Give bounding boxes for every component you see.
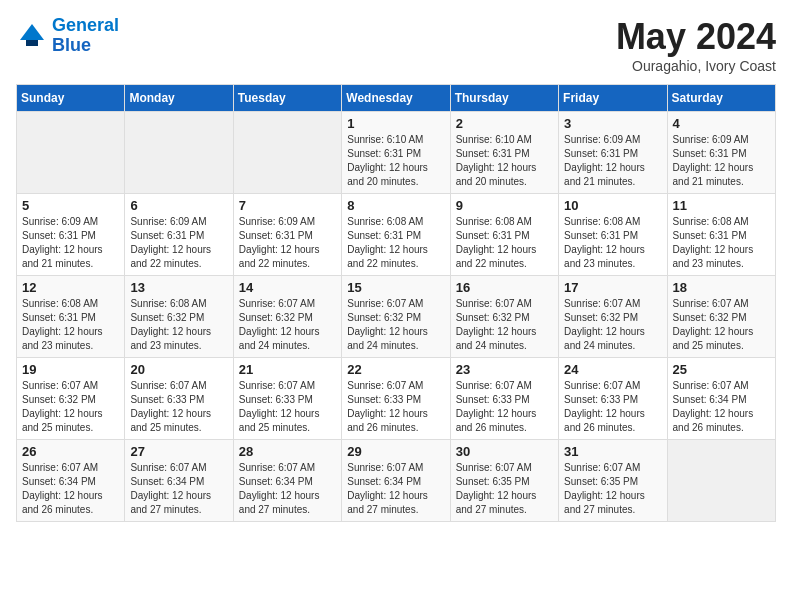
location: Ouragahio, Ivory Coast — [616, 58, 776, 74]
day-info: Sunrise: 6:10 AM Sunset: 6:31 PM Dayligh… — [456, 133, 553, 189]
day-info: Sunrise: 6:08 AM Sunset: 6:31 PM Dayligh… — [22, 297, 119, 353]
day-number: 11 — [673, 198, 770, 213]
page-header: GeneralBlue May 2024 Ouragahio, Ivory Co… — [16, 16, 776, 74]
week-row-5: 26Sunrise: 6:07 AM Sunset: 6:34 PM Dayli… — [17, 440, 776, 522]
calendar-cell: 12Sunrise: 6:08 AM Sunset: 6:31 PM Dayli… — [17, 276, 125, 358]
day-number: 22 — [347, 362, 444, 377]
calendar-cell: 2Sunrise: 6:10 AM Sunset: 6:31 PM Daylig… — [450, 112, 558, 194]
calendar-cell: 4Sunrise: 6:09 AM Sunset: 6:31 PM Daylig… — [667, 112, 775, 194]
day-info: Sunrise: 6:07 AM Sunset: 6:32 PM Dayligh… — [564, 297, 661, 353]
day-info: Sunrise: 6:09 AM Sunset: 6:31 PM Dayligh… — [673, 133, 770, 189]
day-number: 10 — [564, 198, 661, 213]
weekday-friday: Friday — [559, 85, 667, 112]
day-info: Sunrise: 6:07 AM Sunset: 6:34 PM Dayligh… — [239, 461, 336, 517]
weekday-thursday: Thursday — [450, 85, 558, 112]
calendar-cell: 15Sunrise: 6:07 AM Sunset: 6:32 PM Dayli… — [342, 276, 450, 358]
calendar-cell: 29Sunrise: 6:07 AM Sunset: 6:34 PM Dayli… — [342, 440, 450, 522]
calendar-cell: 14Sunrise: 6:07 AM Sunset: 6:32 PM Dayli… — [233, 276, 341, 358]
calendar-table: SundayMondayTuesdayWednesdayThursdayFrid… — [16, 84, 776, 522]
day-info: Sunrise: 6:08 AM Sunset: 6:32 PM Dayligh… — [130, 297, 227, 353]
day-info: Sunrise: 6:07 AM Sunset: 6:32 PM Dayligh… — [456, 297, 553, 353]
day-info: Sunrise: 6:07 AM Sunset: 6:34 PM Dayligh… — [673, 379, 770, 435]
day-number: 9 — [456, 198, 553, 213]
svg-marker-1 — [20, 24, 44, 40]
day-number: 29 — [347, 444, 444, 459]
day-info: Sunrise: 6:07 AM Sunset: 6:33 PM Dayligh… — [456, 379, 553, 435]
calendar-cell: 11Sunrise: 6:08 AM Sunset: 6:31 PM Dayli… — [667, 194, 775, 276]
calendar-cell: 19Sunrise: 6:07 AM Sunset: 6:32 PM Dayli… — [17, 358, 125, 440]
day-number: 6 — [130, 198, 227, 213]
day-number: 31 — [564, 444, 661, 459]
day-info: Sunrise: 6:08 AM Sunset: 6:31 PM Dayligh… — [456, 215, 553, 271]
weekday-sunday: Sunday — [17, 85, 125, 112]
day-number: 27 — [130, 444, 227, 459]
calendar-cell — [125, 112, 233, 194]
day-number: 19 — [22, 362, 119, 377]
day-info: Sunrise: 6:07 AM Sunset: 6:32 PM Dayligh… — [22, 379, 119, 435]
day-number: 20 — [130, 362, 227, 377]
day-number: 8 — [347, 198, 444, 213]
day-info: Sunrise: 6:08 AM Sunset: 6:31 PM Dayligh… — [673, 215, 770, 271]
calendar-cell: 7Sunrise: 6:09 AM Sunset: 6:31 PM Daylig… — [233, 194, 341, 276]
day-info: Sunrise: 6:07 AM Sunset: 6:34 PM Dayligh… — [347, 461, 444, 517]
calendar-cell: 9Sunrise: 6:08 AM Sunset: 6:31 PM Daylig… — [450, 194, 558, 276]
day-number: 30 — [456, 444, 553, 459]
day-info: Sunrise: 6:08 AM Sunset: 6:31 PM Dayligh… — [564, 215, 661, 271]
calendar-cell: 13Sunrise: 6:08 AM Sunset: 6:32 PM Dayli… — [125, 276, 233, 358]
day-info: Sunrise: 6:07 AM Sunset: 6:33 PM Dayligh… — [564, 379, 661, 435]
weekday-tuesday: Tuesday — [233, 85, 341, 112]
calendar-cell — [667, 440, 775, 522]
day-number: 28 — [239, 444, 336, 459]
day-number: 7 — [239, 198, 336, 213]
calendar-cell: 20Sunrise: 6:07 AM Sunset: 6:33 PM Dayli… — [125, 358, 233, 440]
day-info: Sunrise: 6:09 AM Sunset: 6:31 PM Dayligh… — [130, 215, 227, 271]
calendar-cell: 8Sunrise: 6:08 AM Sunset: 6:31 PM Daylig… — [342, 194, 450, 276]
day-number: 23 — [456, 362, 553, 377]
weekday-header-row: SundayMondayTuesdayWednesdayThursdayFrid… — [17, 85, 776, 112]
day-info: Sunrise: 6:07 AM Sunset: 6:34 PM Dayligh… — [130, 461, 227, 517]
day-number: 14 — [239, 280, 336, 295]
day-info: Sunrise: 6:07 AM Sunset: 6:32 PM Dayligh… — [673, 297, 770, 353]
day-number: 21 — [239, 362, 336, 377]
week-row-3: 12Sunrise: 6:08 AM Sunset: 6:31 PM Dayli… — [17, 276, 776, 358]
day-info: Sunrise: 6:07 AM Sunset: 6:34 PM Dayligh… — [22, 461, 119, 517]
calendar-cell: 21Sunrise: 6:07 AM Sunset: 6:33 PM Dayli… — [233, 358, 341, 440]
logo-text: GeneralBlue — [52, 16, 119, 56]
week-row-2: 5Sunrise: 6:09 AM Sunset: 6:31 PM Daylig… — [17, 194, 776, 276]
week-row-4: 19Sunrise: 6:07 AM Sunset: 6:32 PM Dayli… — [17, 358, 776, 440]
calendar-cell: 31Sunrise: 6:07 AM Sunset: 6:35 PM Dayli… — [559, 440, 667, 522]
day-number: 25 — [673, 362, 770, 377]
calendar-cell: 22Sunrise: 6:07 AM Sunset: 6:33 PM Dayli… — [342, 358, 450, 440]
calendar-cell: 5Sunrise: 6:09 AM Sunset: 6:31 PM Daylig… — [17, 194, 125, 276]
calendar-cell: 17Sunrise: 6:07 AM Sunset: 6:32 PM Dayli… — [559, 276, 667, 358]
day-info: Sunrise: 6:08 AM Sunset: 6:31 PM Dayligh… — [347, 215, 444, 271]
calendar-cell — [17, 112, 125, 194]
day-number: 4 — [673, 116, 770, 131]
calendar-cell: 1Sunrise: 6:10 AM Sunset: 6:31 PM Daylig… — [342, 112, 450, 194]
title-block: May 2024 Ouragahio, Ivory Coast — [616, 16, 776, 74]
calendar-cell: 16Sunrise: 6:07 AM Sunset: 6:32 PM Dayli… — [450, 276, 558, 358]
day-number: 1 — [347, 116, 444, 131]
day-number: 24 — [564, 362, 661, 377]
weekday-wednesday: Wednesday — [342, 85, 450, 112]
logo-icon — [16, 20, 48, 52]
calendar-cell: 26Sunrise: 6:07 AM Sunset: 6:34 PM Dayli… — [17, 440, 125, 522]
day-info: Sunrise: 6:07 AM Sunset: 6:33 PM Dayligh… — [239, 379, 336, 435]
day-number: 5 — [22, 198, 119, 213]
day-info: Sunrise: 6:07 AM Sunset: 6:32 PM Dayligh… — [239, 297, 336, 353]
day-number: 3 — [564, 116, 661, 131]
day-number: 17 — [564, 280, 661, 295]
calendar-cell: 25Sunrise: 6:07 AM Sunset: 6:34 PM Dayli… — [667, 358, 775, 440]
calendar-cell: 24Sunrise: 6:07 AM Sunset: 6:33 PM Dayli… — [559, 358, 667, 440]
calendar-cell: 30Sunrise: 6:07 AM Sunset: 6:35 PM Dayli… — [450, 440, 558, 522]
day-number: 13 — [130, 280, 227, 295]
day-info: Sunrise: 6:09 AM Sunset: 6:31 PM Dayligh… — [22, 215, 119, 271]
logo: GeneralBlue — [16, 16, 119, 56]
calendar-cell: 23Sunrise: 6:07 AM Sunset: 6:33 PM Dayli… — [450, 358, 558, 440]
calendar-cell: 3Sunrise: 6:09 AM Sunset: 6:31 PM Daylig… — [559, 112, 667, 194]
weekday-saturday: Saturday — [667, 85, 775, 112]
day-number: 16 — [456, 280, 553, 295]
calendar-cell: 28Sunrise: 6:07 AM Sunset: 6:34 PM Dayli… — [233, 440, 341, 522]
calendar-cell: 10Sunrise: 6:08 AM Sunset: 6:31 PM Dayli… — [559, 194, 667, 276]
day-info: Sunrise: 6:07 AM Sunset: 6:33 PM Dayligh… — [347, 379, 444, 435]
